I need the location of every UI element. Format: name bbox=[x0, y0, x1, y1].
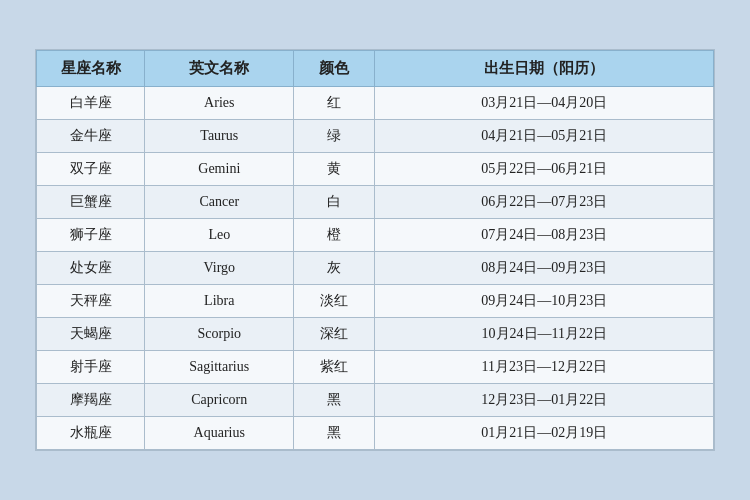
cell-date: 08月24日—09月23日 bbox=[375, 252, 714, 285]
cell-color: 绿 bbox=[294, 120, 375, 153]
cell-date: 11月23日—12月22日 bbox=[375, 351, 714, 384]
cell-color: 淡红 bbox=[294, 285, 375, 318]
table-header-row: 星座名称 英文名称 颜色 出生日期（阳历） bbox=[37, 51, 714, 87]
table-row: 狮子座Leo橙07月24日—08月23日 bbox=[37, 219, 714, 252]
table-row: 双子座Gemini黄05月22日—06月21日 bbox=[37, 153, 714, 186]
cell-chinese: 双子座 bbox=[37, 153, 145, 186]
cell-color: 紫红 bbox=[294, 351, 375, 384]
cell-color: 深红 bbox=[294, 318, 375, 351]
cell-english: Scorpio bbox=[145, 318, 294, 351]
cell-chinese: 射手座 bbox=[37, 351, 145, 384]
cell-date: 04月21日—05月21日 bbox=[375, 120, 714, 153]
header-color: 颜色 bbox=[294, 51, 375, 87]
table-row: 天秤座Libra淡红09月24日—10月23日 bbox=[37, 285, 714, 318]
table-row: 巨蟹座Cancer白06月22日—07月23日 bbox=[37, 186, 714, 219]
cell-date: 06月22日—07月23日 bbox=[375, 186, 714, 219]
cell-date: 10月24日—11月22日 bbox=[375, 318, 714, 351]
table-row: 射手座Sagittarius紫红11月23日—12月22日 bbox=[37, 351, 714, 384]
cell-chinese: 水瓶座 bbox=[37, 417, 145, 450]
header-date: 出生日期（阳历） bbox=[375, 51, 714, 87]
cell-english: Libra bbox=[145, 285, 294, 318]
cell-color: 灰 bbox=[294, 252, 375, 285]
cell-english: Leo bbox=[145, 219, 294, 252]
cell-date: 01月21日—02月19日 bbox=[375, 417, 714, 450]
table-body: 白羊座Aries红03月21日—04月20日金牛座Taurus绿04月21日—0… bbox=[37, 87, 714, 450]
cell-chinese: 天秤座 bbox=[37, 285, 145, 318]
cell-english: Aries bbox=[145, 87, 294, 120]
table-row: 处女座Virgo灰08月24日—09月23日 bbox=[37, 252, 714, 285]
cell-english: Sagittarius bbox=[145, 351, 294, 384]
cell-english: Gemini bbox=[145, 153, 294, 186]
header-chinese-name: 星座名称 bbox=[37, 51, 145, 87]
cell-color: 黄 bbox=[294, 153, 375, 186]
cell-chinese: 巨蟹座 bbox=[37, 186, 145, 219]
cell-color: 黑 bbox=[294, 417, 375, 450]
table-row: 天蝎座Scorpio深红10月24日—11月22日 bbox=[37, 318, 714, 351]
zodiac-table: 星座名称 英文名称 颜色 出生日期（阳历） 白羊座Aries红03月21日—04… bbox=[36, 50, 714, 450]
cell-date: 03月21日—04月20日 bbox=[375, 87, 714, 120]
cell-english: Cancer bbox=[145, 186, 294, 219]
cell-chinese: 金牛座 bbox=[37, 120, 145, 153]
cell-chinese: 处女座 bbox=[37, 252, 145, 285]
cell-chinese: 白羊座 bbox=[37, 87, 145, 120]
cell-chinese: 狮子座 bbox=[37, 219, 145, 252]
cell-chinese: 天蝎座 bbox=[37, 318, 145, 351]
cell-date: 07月24日—08月23日 bbox=[375, 219, 714, 252]
cell-english: Aquarius bbox=[145, 417, 294, 450]
cell-color: 橙 bbox=[294, 219, 375, 252]
cell-color: 红 bbox=[294, 87, 375, 120]
table-row: 摩羯座Capricorn黑12月23日—01月22日 bbox=[37, 384, 714, 417]
cell-color: 白 bbox=[294, 186, 375, 219]
cell-english: Capricorn bbox=[145, 384, 294, 417]
cell-chinese: 摩羯座 bbox=[37, 384, 145, 417]
cell-date: 09月24日—10月23日 bbox=[375, 285, 714, 318]
cell-color: 黑 bbox=[294, 384, 375, 417]
cell-date: 05月22日—06月21日 bbox=[375, 153, 714, 186]
cell-english: Virgo bbox=[145, 252, 294, 285]
header-english-name: 英文名称 bbox=[145, 51, 294, 87]
table-row: 水瓶座Aquarius黑01月21日—02月19日 bbox=[37, 417, 714, 450]
table-row: 白羊座Aries红03月21日—04月20日 bbox=[37, 87, 714, 120]
zodiac-table-container: 星座名称 英文名称 颜色 出生日期（阳历） 白羊座Aries红03月21日—04… bbox=[35, 49, 715, 451]
cell-date: 12月23日—01月22日 bbox=[375, 384, 714, 417]
table-row: 金牛座Taurus绿04月21日—05月21日 bbox=[37, 120, 714, 153]
cell-english: Taurus bbox=[145, 120, 294, 153]
